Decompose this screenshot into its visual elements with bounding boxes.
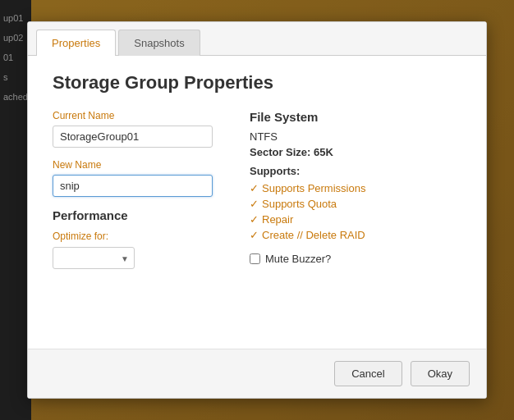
file-system-heading: File System: [250, 110, 461, 124]
performance-heading: Performance: [53, 208, 217, 222]
support-item-2: ✓ Supports Quota: [250, 198, 461, 210]
checkmark-icon-2: ✓: [250, 198, 259, 210]
modal-overlay: Properties Snapshots Storage Group Prope…: [0, 0, 514, 420]
supports-heading: Supports:: [250, 165, 461, 177]
file-system-type: NTFS: [250, 130, 461, 143]
mute-buzzer-checkbox[interactable]: [250, 253, 260, 264]
tab-snapshots[interactable]: Snapshots: [118, 30, 200, 56]
sector-value: 65K: [314, 146, 333, 158]
file-system-sector: Sector Size: 65K: [250, 146, 461, 158]
checkmark-icon-4: ✓: [250, 229, 259, 241]
current-name-label: Current Name: [53, 110, 217, 121]
okay-button[interactable]: Okay: [411, 361, 470, 386]
current-name-input[interactable]: [53, 126, 213, 148]
optimize-select[interactable]: [53, 247, 135, 269]
new-name-input[interactable]: [53, 175, 213, 197]
support-item-1: ✓ Supports Permissions: [250, 182, 461, 194]
tab-bar: Properties Snapshots: [28, 22, 486, 56]
cancel-button[interactable]: Cancel: [334, 361, 402, 386]
modal-dialog: Properties Snapshots Storage Group Prope…: [27, 21, 487, 399]
left-column: Current Name New Name Performance Optimi…: [53, 110, 217, 269]
support-label-2: Supports Quota: [262, 198, 337, 210]
support-label-1: Supports Permissions: [262, 182, 365, 194]
modal-content: Current Name New Name Performance Optimi…: [53, 110, 461, 269]
modal-footer: Cancel Okay: [28, 349, 486, 398]
sector-label: Sector Size:: [250, 146, 310, 158]
tab-properties[interactable]: Properties: [36, 30, 116, 56]
support-label-3: Repair: [262, 213, 293, 226]
right-column: File System NTFS Sector Size: 65K Suppor…: [250, 110, 461, 269]
support-label-4: Create // Delete RAID: [262, 229, 365, 241]
new-name-label: New Name: [53, 159, 217, 171]
optimize-select-wrapper: ▼: [53, 247, 135, 269]
modal-title: Storage Group Properties: [53, 72, 461, 94]
checkmark-icon-3: ✓: [250, 213, 259, 226]
support-item-4: ✓ Create // Delete RAID: [250, 229, 461, 241]
mute-buzzer-label: Mute Buzzer?: [265, 253, 331, 265]
checkmark-icon-1: ✓: [250, 182, 259, 194]
optimize-label: Optimize for:: [53, 231, 217, 242]
modal-body: Storage Group Properties Current Name Ne…: [28, 56, 486, 349]
mute-buzzer-row: Mute Buzzer?: [250, 253, 461, 265]
support-item-3: ✓ Repair: [250, 213, 461, 226]
